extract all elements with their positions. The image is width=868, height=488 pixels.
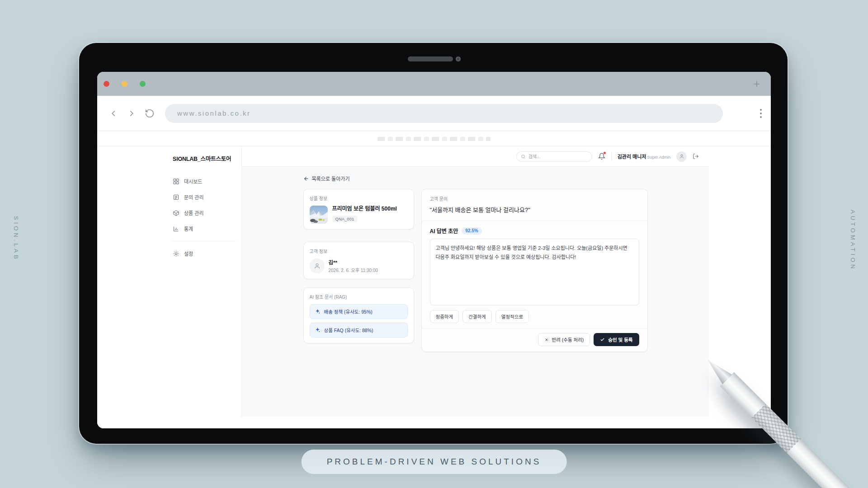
search-input[interactable] (528, 154, 588, 159)
dashboard-grid-icon (173, 178, 179, 185)
panel-footer: 반려 (수동 처리) 승인 및 등록 (422, 328, 647, 352)
sparkle-icon (315, 309, 321, 314)
rag-docs-card: AI 참조 문서 (RAG) 배송 정책 (유사도: 95%) (303, 287, 414, 343)
tone-polite-button[interactable]: 정중하게 (430, 310, 459, 323)
rag-doc-product-faq[interactable]: 상품 FAQ (유사도: 88%) (310, 323, 408, 338)
forward-button[interactable] (127, 108, 137, 118)
browser-tab-bar (97, 72, 771, 96)
arrow-left-icon (303, 176, 309, 182)
product-name: 프리미엄 보온 텀블러 500ml (332, 206, 397, 213)
inquiry-datetime: 2026. 2. 6. 오후 11:30:00 (329, 267, 378, 273)
bottom-banner-pill: PROBLEM-DRIVEN WEB SOLUTIONS (302, 450, 567, 474)
notifications-button[interactable] (598, 153, 605, 160)
tablet-device: www.sionlab.co.kr SIONLAB_스마트스토어 대시보드 (79, 43, 788, 444)
device-screen: www.sionlab.co.kr SIONLAB_스마트스토어 대시보드 (97, 72, 771, 428)
new-tab-button[interactable] (752, 79, 762, 89)
back-to-list-link[interactable]: 목록으로 돌아가기 (303, 175, 350, 182)
approve-button[interactable]: 승인 및 등록 (594, 333, 639, 346)
content-area: 목록으로 돌아가기 상품 정보 (242, 167, 709, 417)
draft-textarea[interactable]: 고객님 안녕하세요! 해당 상품은 보통 영업일 기준 2-3일 소요됩니다. … (430, 239, 639, 305)
right-vertical-label: AUTOMATION (849, 210, 856, 271)
inquiry-detail: 목록으로 돌아가기 상품 정보 (303, 167, 648, 352)
user-role-badge: Super Admin (647, 155, 670, 160)
logout-button[interactable] (693, 153, 699, 160)
inquiries-doc-icon (173, 194, 179, 201)
product-thumbnail (310, 206, 328, 224)
browser-toolbar: www.sionlab.co.kr (97, 96, 771, 131)
tone-enthusiastic-button[interactable]: 열정적으로 (495, 310, 529, 323)
header-divider (611, 152, 612, 160)
left-column: 상품 정보 (303, 189, 414, 343)
banner-text: PROBLEM-DRIVEN WEB SOLUTIONS (327, 457, 542, 467)
check-icon (600, 337, 605, 342)
clipped-scrolled-text (377, 137, 491, 141)
customer-avatar (310, 258, 325, 273)
rag-section-title: AI 참조 문서 (RAG) (310, 293, 408, 300)
person-icon (314, 263, 321, 269)
admin-app: SIONLAB_스마트스토어 대시보드 문의 관리 상품 관리 (166, 146, 709, 417)
reject-button[interactable]: 반려 (수동 처리) (538, 333, 590, 346)
product-photo (310, 206, 328, 224)
sidebar-item-products[interactable]: 상품 관리 (166, 206, 241, 220)
tone-concise-button[interactable]: 간결하게 (462, 310, 492, 323)
maximize-window-button[interactable] (140, 81, 146, 87)
chevron-right-icon (127, 108, 137, 118)
inquiry-panel: 고객 문의 "서울까지 배송은 보통 얼마나 걸리나요?" AI 답변 초안 9… (421, 189, 648, 352)
reload-icon (145, 108, 155, 118)
speaker-grille (408, 56, 453, 61)
web-page: SIONLAB_스마트스토어 대시보드 문의 관리 상품 관리 (97, 131, 771, 428)
url-text: www.sionlab.co.kr (177, 109, 251, 117)
person-icon (679, 154, 684, 159)
brand-logo: SIONLAB_스마트스토어 (166, 146, 241, 163)
stats-chart-icon (173, 225, 179, 232)
plus-icon (752, 79, 762, 89)
close-window-button[interactable] (104, 81, 109, 87)
rag-doc-shipping-policy[interactable]: 배송 정책 (유사도: 95%) (310, 304, 408, 319)
logout-icon (693, 153, 699, 160)
sidebar: SIONLAB_스마트스토어 대시보드 문의 관리 상품 관리 (166, 146, 242, 417)
product-code-badge: QNA_001 (332, 216, 358, 222)
sidebar-item-settings[interactable]: 설정 (166, 247, 241, 260)
search-icon (521, 154, 526, 159)
reload-button[interactable] (145, 108, 155, 118)
camera-dot (456, 56, 461, 61)
customer-name: 김** (329, 258, 378, 266)
gear-icon (173, 250, 179, 257)
app-header: 김관리 매니저 Super Admin (242, 146, 709, 167)
back-button[interactable] (108, 108, 118, 118)
left-vertical-label: SION.LAB (13, 216, 19, 261)
product-section-title: 상품 정보 (310, 195, 408, 202)
sidebar-item-stats[interactable]: 통계 (166, 222, 241, 235)
draft-section: AI 답변 초안 92.5% 고객님 안녕하세요! 해당 상품은 보통 영업일 … (422, 221, 647, 323)
close-icon (544, 338, 549, 342)
sidebar-item-inquiries[interactable]: 문의 관리 (166, 190, 241, 204)
draft-title: AI 답변 초안 (430, 227, 458, 235)
products-box-icon (173, 210, 179, 216)
sidebar-item-dashboard[interactable]: 대시보드 (166, 174, 241, 188)
kebab-icon (760, 109, 762, 111)
sparkle-icon (315, 327, 321, 333)
tone-buttons: 정중하게 간결하게 열정적으로 (430, 310, 639, 323)
minimize-window-button[interactable] (122, 81, 127, 87)
avatar[interactable] (676, 151, 687, 162)
search-box (516, 151, 592, 162)
notification-dot (603, 151, 606, 155)
confidence-badge: 92.5% (462, 227, 481, 235)
customer-info-card: 고객 정보 김** 2026. 2. 6. 오후 11:30:00 (303, 242, 414, 279)
customer-question: "서울까지 배송은 보통 얼마나 걸리나요?" (430, 205, 639, 214)
browser-menu-button[interactable] (758, 107, 764, 120)
user-name: 김관리 매니저 (618, 153, 646, 160)
url-bar[interactable]: www.sionlab.co.kr (165, 104, 723, 123)
user-info: 김관리 매니저 Super Admin (618, 153, 670, 160)
question-section: 고객 문의 "서울까지 배송은 보통 얼마나 걸리나요?" (422, 189, 647, 221)
customer-section-title: 고객 정보 (310, 248, 408, 254)
product-info-card: 상품 정보 (303, 189, 414, 230)
chevron-left-icon (108, 108, 118, 118)
sidebar-nav: 대시보드 문의 관리 상품 관리 통계 (166, 174, 241, 235)
sidebar-divider (172, 241, 236, 241)
question-section-title: 고객 문의 (430, 195, 639, 202)
